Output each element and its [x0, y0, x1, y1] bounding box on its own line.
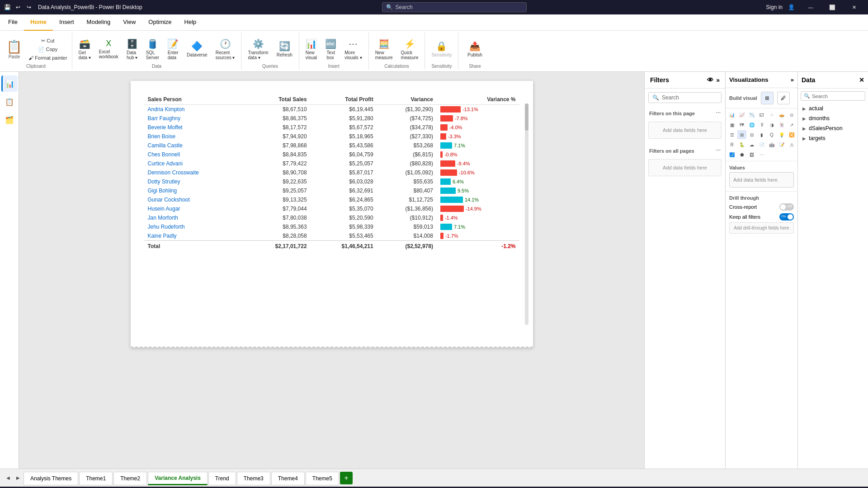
viz-more-icon[interactable]: ⋯	[757, 150, 766, 159]
viz-line-icon[interactable]: 📉	[747, 110, 756, 119]
tab-next-button[interactable]: ▶	[14, 474, 23, 483]
filters-search[interactable]: 🔍 Search	[648, 92, 722, 103]
viz-waterfall-icon[interactable]: ▮	[757, 130, 766, 139]
tab-home[interactable]: Home	[24, 14, 53, 31]
viz-slicer-icon[interactable]: ☰	[727, 130, 736, 139]
nav-report-icon[interactable]: 📊	[1, 75, 18, 92]
copy-button[interactable]: 📄 Copy	[27, 46, 69, 53]
quick-measure-button[interactable]: ⚡ Quickmeasure	[397, 37, 422, 62]
viz-table-icon[interactable]: ⊞	[737, 130, 746, 139]
transform-data-button[interactable]: ⚙️ Transformdata ▾	[244, 37, 272, 62]
more-visuals-button[interactable]: ⋯ Morevisuals ▾	[341, 37, 365, 62]
new-visual-button[interactable]: 📊 Newvisual	[302, 37, 321, 62]
data-search[interactable]: 🔍 Search	[801, 91, 865, 101]
viz-gauge-icon[interactable]: ◑	[767, 120, 776, 129]
minimize-button[interactable]: —	[800, 0, 821, 14]
drill-fields-drop[interactable]: Add drill-through fields here	[729, 222, 794, 234]
viz-column-icon[interactable]: 📈	[737, 110, 746, 119]
viz-donut-icon[interactable]: ⊙	[787, 110, 796, 119]
titlebar-search[interactable]: 🔍 Search	[382, 2, 527, 12]
page-tab-theme5[interactable]: Theme5	[306, 472, 339, 485]
undo-icon[interactable]: ↩	[14, 4, 22, 11]
format-viz-icon[interactable]: 🖊	[777, 92, 790, 104]
viz-map-icon[interactable]: 🗺	[737, 120, 746, 129]
filter-expand-icon[interactable]: »	[716, 76, 720, 84]
filter-eye-icon[interactable]: 👁	[707, 76, 713, 84]
nav-data-icon[interactable]: 📋	[1, 94, 18, 110]
viz-py-icon[interactable]: 🐍	[737, 140, 746, 149]
filters-page-more-icon[interactable]: ⋯	[716, 110, 721, 116]
new-measure-button[interactable]: 🧮 Newmeasure	[372, 37, 396, 62]
viz-kpi-icon[interactable]: ↗	[787, 120, 796, 129]
filters-all-drop-zone[interactable]: Add data fields here	[648, 159, 722, 176]
keep-filters-toggle[interactable]: On	[779, 213, 794, 221]
data-item-targets[interactable]: ▶targets	[798, 133, 868, 143]
viz-shape-icon[interactable]: ⬟	[737, 150, 746, 159]
viz-panel-expand-icon[interactable]: »	[791, 76, 794, 83]
add-page-button[interactable]: +	[340, 472, 353, 484]
enter-data-button[interactable]: 📝 Enterdata	[164, 37, 182, 62]
data-item-dmonths[interactable]: ▶dmonths	[798, 113, 868, 123]
viz-funnel-icon[interactable]: ⊽	[757, 120, 766, 129]
text-box-button[interactable]: 🔤 Textbox	[321, 37, 340, 62]
viz-anomaly-icon[interactable]: ⚠	[787, 140, 796, 149]
viz-smart-icon[interactable]: 💡	[777, 130, 786, 139]
cross-report-toggle[interactable]: Off	[779, 203, 794, 211]
tab-view[interactable]: View	[117, 14, 142, 31]
viz-r-icon[interactable]: R	[727, 140, 736, 149]
tab-optimize[interactable]: Optimize	[142, 14, 178, 31]
nav-model-icon[interactable]: 🗂️	[1, 112, 18, 128]
viz-treemap-icon[interactable]: ▦	[727, 120, 736, 129]
viz-scatter-icon[interactable]: ⁘	[767, 110, 776, 119]
viz-bar-icon[interactable]: 📊	[727, 110, 736, 119]
page-tab-theme1[interactable]: Theme1	[79, 472, 113, 485]
vertical-scrollbar[interactable]	[525, 103, 528, 325]
viz-pie-icon[interactable]: 🥧	[777, 110, 786, 119]
page-tab-trend[interactable]: Trend	[208, 472, 236, 485]
viz-filled-map-icon[interactable]: 🌐	[747, 120, 756, 129]
filters-all-more-icon[interactable]: ⋯	[716, 148, 721, 154]
refresh-button[interactable]: 🔄 Refresh	[273, 39, 296, 59]
viz-area-icon[interactable]: 🗠	[757, 110, 766, 119]
filters-page-drop-zone[interactable]: Add data fields here	[648, 122, 722, 139]
viz-card-icon[interactable]: 🃏	[777, 120, 786, 129]
page-tab-analysis-themes[interactable]: Analysis Themes	[24, 472, 78, 485]
data-item-actual[interactable]: ▶actual	[798, 103, 868, 113]
viz-decomp-icon[interactable]: 🔀	[787, 130, 796, 139]
save-icon[interactable]: 💾	[4, 4, 11, 11]
viz-paginated-icon[interactable]: 📄	[757, 140, 766, 149]
scrollbar-thumb[interactable]	[525, 103, 528, 131]
viz-qna-icon[interactable]: Q	[767, 130, 776, 139]
restore-button[interactable]: ⬜	[822, 0, 843, 14]
page-tab-variance-analysis[interactable]: Variance Analysis	[148, 472, 208, 485]
viz-shape-map-icon[interactable]: 🗾	[727, 150, 736, 159]
tab-help[interactable]: Help	[178, 14, 203, 31]
page-tab-theme3[interactable]: Theme3	[237, 472, 270, 485]
data-panel-close-icon[interactable]: ✕	[859, 76, 864, 84]
excel-workbook-button[interactable]: X Excelworkbook	[95, 37, 122, 61]
sensitivity-button[interactable]: 🔒 Sensitivity	[428, 39, 455, 59]
format-painter-button[interactable]: 🖌 Format painter	[27, 54, 69, 61]
cut-button[interactable]: ✂ Cut	[27, 37, 69, 45]
redo-icon[interactable]: ↪	[25, 4, 33, 11]
page-tab-theme4[interactable]: Theme4	[271, 472, 305, 485]
viz-narrative-icon[interactable]: 📝	[777, 140, 786, 149]
close-button[interactable]: ✕	[844, 0, 864, 14]
viz-azure-icon[interactable]: ☁	[747, 140, 756, 149]
get-data-button[interactable]: 🗃️ Getdata ▾	[75, 37, 94, 62]
tab-file[interactable]: File	[2, 14, 24, 31]
values-drop-zone[interactable]: Add data fields here	[729, 172, 794, 188]
tab-insert[interactable]: Insert	[53, 14, 80, 31]
dataverse-button[interactable]: 🔷 Dataverse	[183, 39, 211, 59]
report-canvas[interactable]: Sales Person Total Sales Total Profit Va…	[131, 81, 533, 347]
table-viz-icon[interactable]: ⊞	[761, 92, 774, 104]
viz-ai-icon[interactable]: 🤖	[767, 140, 776, 149]
data-hub-button[interactable]: 🗄️ Datahub ▾	[123, 37, 142, 62]
viz-image-icon[interactable]: 🖼	[747, 150, 756, 159]
data-item-dSalesPerson[interactable]: ▶dSalesPerson	[798, 123, 868, 133]
recent-sources-button[interactable]: 🕐 Recentsources ▾	[212, 37, 239, 62]
signin-label[interactable]: Sign in	[766, 4, 783, 10]
page-tab-theme2[interactable]: Theme2	[113, 472, 147, 485]
publish-button[interactable]: 📤 Publish	[461, 39, 488, 59]
viz-matrix-icon[interactable]: ⊟	[747, 130, 756, 139]
